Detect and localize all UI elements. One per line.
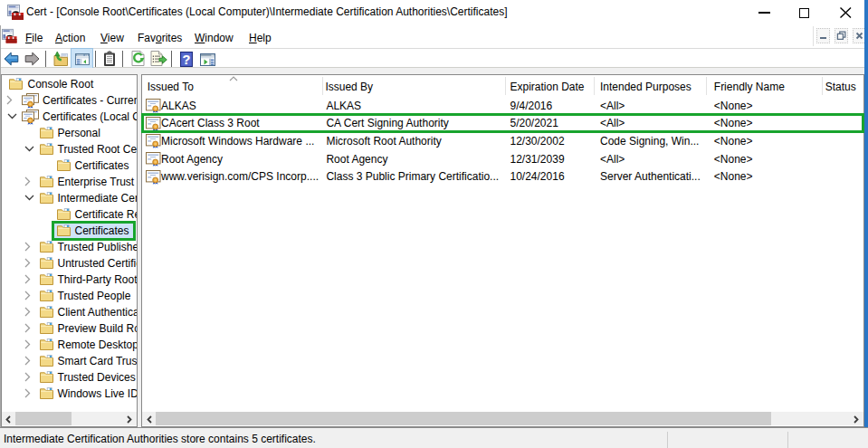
svg-text:?: ?	[183, 52, 191, 66]
